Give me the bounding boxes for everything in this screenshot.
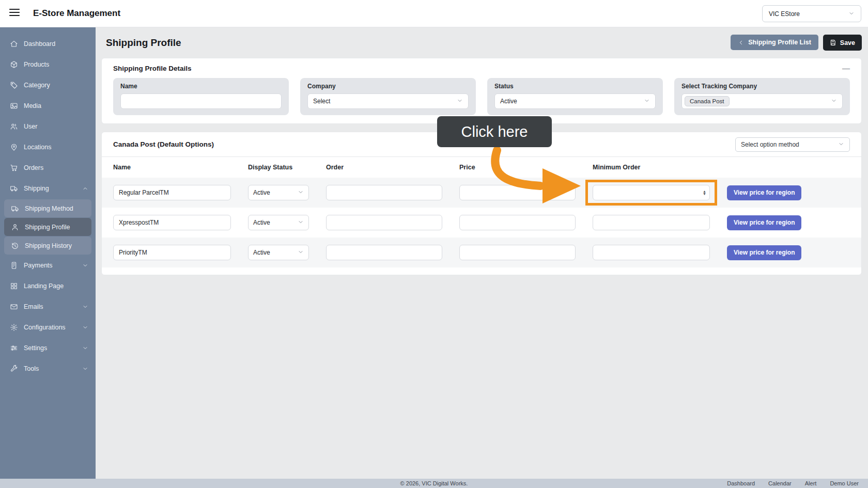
status-field-group: Status Active <box>487 78 663 115</box>
sidebar: Dashboard Products Category Media User L… <box>0 27 96 479</box>
mail-icon <box>10 303 18 311</box>
sidebar-item-tools[interactable]: Tools <box>0 358 96 379</box>
table-header-row: Name Display Status Order Price Minimum … <box>102 157 861 178</box>
chevron-down-icon <box>82 304 88 310</box>
sidebar-item-shipping[interactable]: Shipping <box>0 178 96 199</box>
app-title: E-Store Management <box>33 8 120 19</box>
row1-display-status-select[interactable]: Active <box>248 185 309 200</box>
row3-display-status-select[interactable]: Active <box>248 245 309 260</box>
name-field-group: Name <box>113 78 289 115</box>
row3-price-input[interactable] <box>459 245 576 260</box>
page-title: Shipping Profile <box>106 37 181 49</box>
row1-price-input[interactable] <box>459 185 576 200</box>
col-header-order: Order <box>326 164 442 171</box>
row3-view-price-button[interactable]: View price for region <box>727 245 801 260</box>
chevron-down-icon <box>838 141 844 148</box>
sidebar-item-configurations[interactable]: Configurations <box>0 317 96 338</box>
canada-post-options-card: Canada Post (Default Options) Select opt… <box>101 132 862 275</box>
row1-view-price-button[interactable]: View price for region <box>727 185 801 200</box>
footer-link-dashboard[interactable]: Dashboard <box>727 480 755 486</box>
top-navbar: E-Store Management VIC EStore <box>0 0 868 27</box>
chevron-down-icon <box>82 324 88 330</box>
canada-post-chip[interactable]: Canada Post <box>685 96 730 106</box>
sidebar-item-payments[interactable]: Payments <box>0 255 96 276</box>
sidebar-item-user[interactable]: User <box>0 116 96 137</box>
row1-order-input[interactable] <box>326 185 442 200</box>
footer-link-demo-user[interactable]: Demo User <box>830 480 859 486</box>
row2-price-input[interactable] <box>459 215 576 230</box>
row1-name-input[interactable] <box>113 185 231 200</box>
floppy-save-icon <box>830 39 836 46</box>
row2-name-input[interactable] <box>113 215 231 230</box>
grid-icon <box>10 282 18 290</box>
chevron-down-icon <box>82 366 88 372</box>
table-row: Active View price for region <box>102 208 861 238</box>
image-icon <box>10 102 18 110</box>
table-row: Active View price for region <box>102 238 861 267</box>
sidebar-item-products[interactable]: Products <box>0 54 96 75</box>
sidebar-item-orders[interactable]: Orders <box>0 158 96 178</box>
chevron-left-icon <box>738 39 745 46</box>
sidebar-item-shipping-history[interactable]: Shipping History <box>4 237 91 255</box>
wrench-icon <box>10 365 18 373</box>
sidebar-item-shipping-method[interactable]: Shipping Method <box>4 199 91 217</box>
chevron-down-icon <box>298 249 304 256</box>
chevron-down-icon <box>298 219 304 226</box>
chevron-down-icon <box>644 98 650 105</box>
options-card-title: Canada Post (Default Options) <box>113 140 214 148</box>
tracking-company-field-group: Select Tracking Company Canada Post <box>674 78 850 115</box>
chevron-down-icon <box>457 98 463 105</box>
main-content: Shipping Profile Shipping Profile List S… <box>96 27 868 479</box>
home-icon <box>10 40 18 48</box>
number-spinner-icon[interactable]: ▲▼ <box>703 190 706 196</box>
row1-minimum-order-input[interactable] <box>593 185 710 200</box>
sidebar-item-landing-page[interactable]: Landing Page <box>0 276 96 296</box>
sidebar-item-dashboard[interactable]: Dashboard <box>0 34 96 54</box>
sidebar-item-shipping-profile[interactable]: Shipping Profile <box>4 218 91 236</box>
store-selector-value: VIC EStore <box>769 10 800 18</box>
click-here-tooltip: Click here <box>437 116 552 147</box>
row3-order-input[interactable] <box>326 245 442 260</box>
company-field-group: Company Select <box>300 78 476 115</box>
shipping-profile-details-card: Shipping Profile Details — Name Company … <box>101 58 862 124</box>
col-header-minimum-order: Minimum Order <box>593 164 710 171</box>
chevron-up-icon <box>82 185 88 192</box>
sidebar-item-locations[interactable]: Locations <box>0 137 96 158</box>
truck-icon <box>11 204 19 213</box>
tag-icon <box>10 81 18 89</box>
row3-minimum-order-input[interactable] <box>593 245 710 260</box>
row2-minimum-order-input[interactable] <box>593 215 710 230</box>
option-method-select[interactable]: Select option method <box>735 137 850 152</box>
table-row: Active ▲▼ View price for region <box>102 178 861 208</box>
row2-order-input[interactable] <box>326 215 442 230</box>
sidebar-item-emails[interactable]: Emails <box>0 296 96 317</box>
gear-icon <box>10 323 18 332</box>
shipping-profile-list-button[interactable]: Shipping Profile List <box>731 35 818 50</box>
receipt-icon <box>10 261 18 270</box>
row2-display-status-select[interactable]: Active <box>248 215 309 230</box>
footer-link-calendar[interactable]: Calendar <box>768 480 792 486</box>
status-label: Status <box>494 83 656 90</box>
footer-bar: © 2026, VIC Digital Works. Dashboard Cal… <box>0 479 868 488</box>
row3-name-input[interactable] <box>113 245 231 260</box>
footer-link-alert[interactable]: Alert <box>805 480 817 486</box>
company-label: Company <box>307 83 469 90</box>
collapse-minus-icon[interactable]: — <box>842 64 850 72</box>
hamburger-menu-icon[interactable] <box>8 6 21 21</box>
tracking-company-select[interactable]: Canada Post <box>681 93 843 109</box>
store-selector-dropdown[interactable]: VIC EStore <box>762 5 861 22</box>
save-button[interactable]: Save <box>823 35 862 51</box>
cart-icon <box>10 164 18 172</box>
profile-name-input[interactable] <box>120 93 282 109</box>
row2-view-price-button[interactable]: View price for region <box>727 215 801 230</box>
users-icon <box>10 122 18 131</box>
company-select[interactable]: Select <box>307 93 469 109</box>
sidebar-item-settings[interactable]: Settings <box>0 338 96 358</box>
status-select[interactable]: Active <box>494 93 656 109</box>
sliders-icon <box>10 344 18 352</box>
sidebar-item-media[interactable]: Media <box>0 96 96 116</box>
chevron-down-icon <box>82 345 88 351</box>
chevron-down-icon <box>298 189 304 196</box>
sidebar-item-category[interactable]: Category <box>0 75 96 96</box>
details-card-title: Shipping Profile Details <box>113 65 850 72</box>
